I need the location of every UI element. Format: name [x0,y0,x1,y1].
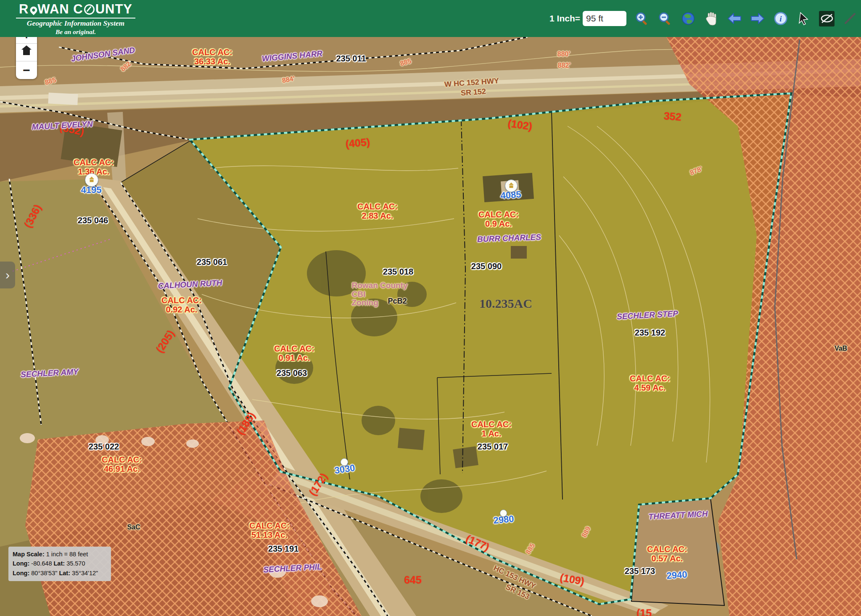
panel-expand-tab[interactable]: › [0,262,15,288]
compass-icon [84,4,95,15]
scale-label: 1 Inch= [549,13,580,24]
header-bar: RWAN CUNTY Geographic Information System… [0,0,861,37]
map-viewport[interactable]: JOHNSON SANDCALC AC: 36.33 Ac.WIGGINS HA… [0,37,861,616]
measure-icon[interactable] [842,11,858,26]
home-button[interactable] [16,44,37,61]
globe-icon[interactable] [680,11,696,26]
logo-text-r: R [19,2,29,17]
home-icon [22,49,31,56]
logo-text-wanc: WAN C [37,2,83,17]
svg-text:i: i [779,14,782,23]
logo-divider [16,18,135,19]
gis-application: RWAN CUNTY Geographic Information System… [0,0,861,616]
map-info-box: Map Scale: 1 inch = 88 feet Long: -80.64… [8,547,111,581]
chevron-right-icon: › [5,268,10,282]
aerial-parcel-map [0,37,861,616]
zoom-out-button[interactable]: − [16,61,37,79]
zoom-out-icon[interactable] [657,11,673,26]
address-dot-icon [500,510,507,517]
zoom-in-icon[interactable] [634,11,650,26]
logo-subtitle: Geographic Information System [13,19,139,28]
forward-icon[interactable] [750,11,765,26]
address-dot-icon [341,458,348,466]
pointer-icon[interactable] [796,11,811,26]
map-scale-line: Map Scale: 1 inch = 88 feet [13,550,107,559]
map-toolbar: 1 Inch= i [549,0,858,37]
pan-icon[interactable] [703,11,719,26]
threatt-parcel [631,498,724,605]
address-point-icon [85,173,98,187]
scale-input[interactable] [583,11,626,26]
deselect-icon[interactable] [819,11,835,26]
address-point-icon [505,180,518,192]
back-icon[interactable] [726,11,742,26]
coords-decimal-line: Long: -80.648 Lat: 35.570 [13,559,107,568]
logo-motto: Be an original. [13,28,139,36]
coords-dms-line: Long: 80°38'53" Lat: 35°34'12" [13,568,107,578]
identify-icon[interactable]: i [773,11,788,26]
logo-text-unty: UNTY [95,2,132,17]
rowan-county-logo: RWAN CUNTY Geographic Information System… [13,2,139,36]
logo-title: RWAN CUNTY [13,2,139,17]
